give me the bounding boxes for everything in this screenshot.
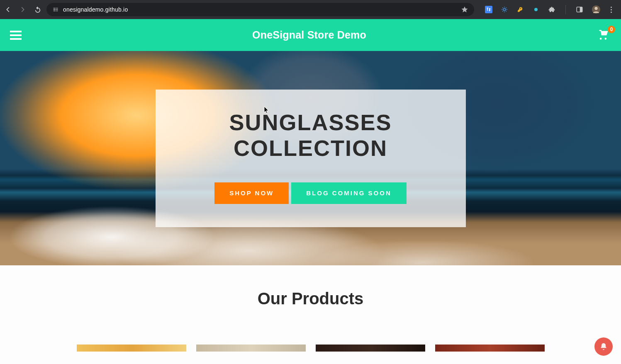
extensions-puzzle-icon[interactable]: [548, 6, 555, 13]
forward-icon[interactable]: [19, 6, 27, 13]
svg-rect-0: [485, 6, 492, 13]
svg-point-2: [534, 8, 538, 11]
hero-section: SUNGLASSES COLLECTION SHOP NOW BLOG COMI…: [0, 51, 621, 265]
reload-icon[interactable]: [34, 6, 41, 13]
svg-rect-4: [580, 7, 582, 12]
notification-bell-fab[interactable]: [594, 337, 613, 356]
ext-key-icon[interactable]: [516, 6, 524, 13]
blog-button[interactable]: BLOG COMING SOON: [291, 182, 407, 204]
address-bar[interactable]: onesignaldemo.github.io: [46, 3, 474, 16]
profile-avatar-icon[interactable]: [592, 5, 601, 14]
nav-button-group: [4, 6, 41, 13]
hero-title: SUNGLASSES COLLECTION: [172, 109, 449, 161]
product-card[interactable]: [316, 345, 425, 352]
hero-button-row: SHOP NOW BLOG COMING SOON: [172, 182, 449, 204]
ext-gear-icon[interactable]: [501, 6, 508, 13]
shop-now-button[interactable]: SHOP NOW: [214, 182, 289, 204]
hero-card: SUNGLASSES COLLECTION SHOP NOW BLOG COMI…: [156, 90, 466, 227]
product-card[interactable]: [435, 345, 545, 352]
cart-button[interactable]: 0: [597, 29, 611, 41]
products-grid: [77, 345, 545, 352]
translate-ext-icon[interactable]: [485, 6, 492, 13]
products-title: Our Products: [0, 289, 621, 308]
product-card[interactable]: [196, 345, 306, 352]
menu-hamburger-icon[interactable]: [10, 31, 22, 40]
browser-menu-icon[interactable]: [609, 7, 614, 13]
back-icon[interactable]: [4, 6, 12, 13]
ext-dot-icon[interactable]: [532, 6, 540, 13]
extension-icons: [479, 5, 617, 14]
side-panel-icon[interactable]: [576, 6, 583, 13]
toolbar-divider: [565, 5, 566, 14]
url-text: onesignaldemo.github.io: [63, 6, 457, 13]
site-header: OneSignal Store Demo 0: [0, 19, 621, 51]
svg-point-6: [594, 7, 597, 10]
bookmark-star-icon[interactable]: [461, 6, 468, 13]
products-section: Our Products: [0, 265, 621, 352]
cart-count-badge: 0: [608, 26, 615, 33]
product-card[interactable]: [77, 345, 186, 352]
svg-point-1: [503, 8, 505, 10]
browser-toolbar: onesignaldemo.github.io: [0, 0, 621, 19]
site-settings-icon[interactable]: [52, 6, 59, 13]
site-title: OneSignal Store Demo: [252, 29, 366, 41]
